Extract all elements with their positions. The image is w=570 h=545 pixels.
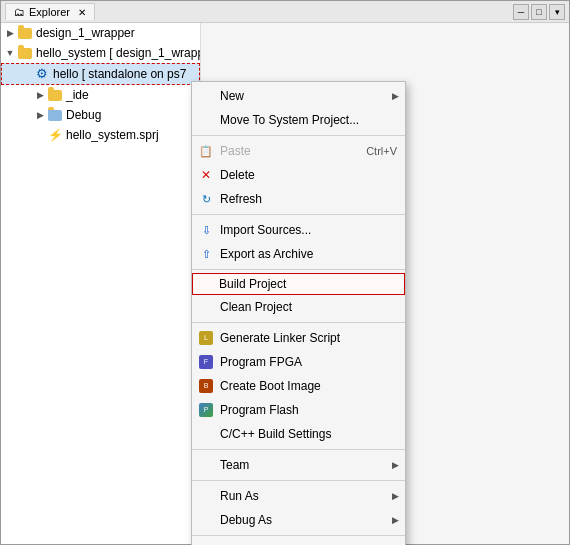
tree-item-label: hello_system [ design_1_wrapper ] <box>36 44 201 62</box>
menu-separator-1 <box>192 135 405 136</box>
title-bar: 🗂 Explorer ✕ ─ □ ▾ <box>1 1 569 23</box>
menu-separator-2 <box>192 214 405 215</box>
folder-icon <box>47 87 63 103</box>
menu-separator-3 <box>192 269 405 270</box>
expand-arrow <box>3 44 17 62</box>
main-window: 🗂 Explorer ✕ ─ □ ▾ design_1_wrapper hell… <box>0 0 570 545</box>
menu-item-label: Paste <box>220 142 251 160</box>
folder-icon <box>17 45 33 61</box>
expand-arrow <box>33 86 47 104</box>
folder-icon <box>17 25 33 41</box>
menu-item-program-fpga[interactable]: F Program FPGA <box>192 350 405 374</box>
menu-separator-6 <box>192 480 405 481</box>
menu-item-label: Refresh <box>220 190 262 208</box>
menu-separator-7 <box>192 535 405 536</box>
context-menu: New Move To System Project... 📋 Paste Ct… <box>191 81 406 545</box>
menu-separator-5 <box>192 449 405 450</box>
sprj-icon: ⚡ <box>47 127 63 143</box>
menu-item-program-flash[interactable]: P Program Flash <box>192 398 405 422</box>
explorer-tab-label: Explorer <box>29 6 70 18</box>
menu-item-team[interactable]: Team <box>192 453 405 477</box>
menu-item-refresh[interactable]: ↻ Refresh <box>192 187 405 211</box>
fpga-icon: F <box>198 354 214 370</box>
tree-item-label: hello_system.sprj <box>66 126 159 144</box>
debug-folder-icon <box>47 107 63 123</box>
expand-arrow <box>33 106 47 124</box>
explorer-panel: design_1_wrapper hello_system [ design_1… <box>1 23 201 544</box>
tree-item-ide[interactable]: _ide <box>1 85 200 105</box>
boot-icon: B <box>198 378 214 394</box>
menu-item-debug-as[interactable]: Debug As <box>192 508 405 532</box>
refresh-icon: ↻ <box>198 191 214 207</box>
menu-item-properties[interactable]: Properties <box>192 539 405 545</box>
menu-item-label: Team <box>220 456 249 474</box>
menu-item-label: Program Flash <box>220 401 299 419</box>
menu-item-paste[interactable]: 📋 Paste Ctrl+V <box>192 139 405 163</box>
menu-item-import-sources[interactable]: ⇩ Import Sources... <box>192 218 405 242</box>
menu-item-label: Export as Archive <box>220 245 313 263</box>
delete-icon: ✕ <box>198 167 214 183</box>
menu-item-run-as[interactable]: Run As <box>192 484 405 508</box>
menu-item-export-archive[interactable]: ⇧ Export as Archive <box>192 242 405 266</box>
title-bar-icons: ─ □ ▾ <box>513 4 565 20</box>
tree-item-debug[interactable]: Debug <box>1 105 200 125</box>
menu-item-build-settings[interactable]: C/C++ Build Settings <box>192 422 405 446</box>
tree-item-label: hello [ standalone on ps7 <box>53 65 186 83</box>
menu-item-label: New <box>220 87 244 105</box>
tree-item-hello-system[interactable]: hello_system [ design_1_wrapper ] <box>1 43 200 63</box>
tab-close-icon[interactable]: ✕ <box>78 7 86 18</box>
view-menu-button[interactable]: ▾ <box>549 4 565 20</box>
menu-item-build-project[interactable]: Build Project <box>192 273 405 295</box>
menu-separator-4 <box>192 322 405 323</box>
flash-icon: P <box>198 402 214 418</box>
menu-item-label: Program FPGA <box>220 353 302 371</box>
tree-item-label: _ide <box>66 86 89 104</box>
export-icon: ⇧ <box>198 246 214 262</box>
menu-item-label: Import Sources... <box>220 221 311 239</box>
gear-project-icon: ⚙ <box>34 66 50 82</box>
tree-item-label: design_1_wrapper <box>36 24 135 42</box>
linker-icon: L <box>198 330 214 346</box>
menu-item-generate-linker[interactable]: L Generate Linker Script <box>192 326 405 350</box>
menu-item-label: Build Project <box>219 275 286 293</box>
menu-item-new[interactable]: New <box>192 84 405 108</box>
menu-item-label: Debug As <box>220 511 272 529</box>
menu-item-label: Clean Project <box>220 298 292 316</box>
paste-shortcut: Ctrl+V <box>366 142 397 160</box>
tree-item-sprj[interactable]: ⚡ hello_system.sprj <box>1 125 200 145</box>
menu-item-label: Move To System Project... <box>220 111 359 129</box>
maximize-view-button[interactable]: □ <box>531 4 547 20</box>
minimize-view-button[interactable]: ─ <box>513 4 529 20</box>
menu-item-label: C/C++ Build Settings <box>220 425 331 443</box>
menu-item-clean-project[interactable]: Clean Project <box>192 295 405 319</box>
menu-item-label: Generate Linker Script <box>220 329 340 347</box>
menu-item-label: Run As <box>220 487 259 505</box>
import-icon: ⇩ <box>198 222 214 238</box>
menu-item-delete[interactable]: ✕ Delete <box>192 163 405 187</box>
menu-item-label: Create Boot Image <box>220 377 321 395</box>
tree-item-label: Debug <box>66 106 101 124</box>
menu-item-create-boot[interactable]: B Create Boot Image <box>192 374 405 398</box>
explorer-tab[interactable]: 🗂 Explorer ✕ <box>5 3 95 20</box>
menu-item-label: Delete <box>220 166 255 184</box>
tree-item-design-1-wrapper[interactable]: design_1_wrapper <box>1 23 200 43</box>
tree-item-hello[interactable]: ⚙ hello [ standalone on ps7 <box>1 63 200 85</box>
explorer-icon: 🗂 <box>14 6 25 18</box>
paste-icon: 📋 <box>198 143 214 159</box>
menu-item-move-to-system[interactable]: Move To System Project... <box>192 108 405 132</box>
expand-arrow <box>3 24 17 42</box>
